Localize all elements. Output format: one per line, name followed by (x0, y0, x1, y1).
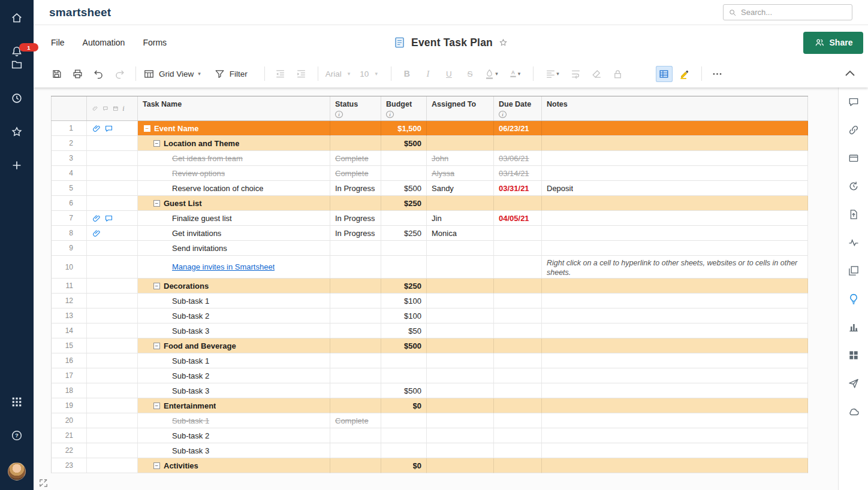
budget-cell[interactable]: $500 (381, 338, 427, 353)
task-cell[interactable]: Sub-task 3 (138, 383, 330, 398)
favorite-star-icon[interactable] (498, 38, 508, 48)
assigned-cell[interactable] (427, 279, 494, 294)
assigned-cell[interactable] (427, 256, 494, 279)
budget-cell[interactable] (381, 413, 427, 428)
assigned-cell[interactable] (427, 458, 494, 473)
task-cell[interactable]: Get ideas from team (138, 151, 330, 166)
menu-file[interactable]: File (51, 38, 65, 47)
task-cell[interactable]: Sub-task 1 (138, 353, 330, 368)
notes-cell[interactable] (542, 211, 808, 226)
row-number[interactable]: 14 (51, 323, 87, 338)
row-number[interactable]: 19 (51, 398, 87, 413)
budget-cell[interactable]: $50 (381, 323, 427, 338)
assigned-cell[interactable] (427, 136, 494, 151)
status-cell[interactable]: In Progress (330, 181, 381, 196)
notes-cell[interactable]: Deposit (542, 181, 808, 196)
status-cell[interactable]: Complete (330, 413, 381, 428)
activity-log-icon[interactable] (848, 237, 860, 249)
underline-button[interactable]: U (441, 66, 457, 82)
status-cell[interactable] (330, 279, 381, 294)
column-header-assigned[interactable]: Assigned To (427, 96, 494, 120)
task-cell[interactable]: Sub-task 3 (138, 443, 330, 458)
budget-cell[interactable] (381, 211, 427, 226)
budget-cell[interactable] (381, 428, 427, 443)
row-number[interactable]: 18 (51, 383, 87, 398)
task-cell[interactable]: Send invitations (138, 241, 330, 256)
indent-button[interactable] (293, 66, 310, 82)
budget-cell[interactable]: $250 (381, 196, 427, 211)
due-cell[interactable] (494, 413, 542, 428)
task-cell[interactable]: −Activities (138, 458, 330, 473)
row-number[interactable]: 1 (51, 121, 87, 136)
browse-icon[interactable] (10, 58, 23, 71)
more-button[interactable] (709, 66, 726, 82)
help-icon[interactable]: ? (10, 429, 23, 442)
budget-cell[interactable] (381, 256, 427, 279)
attachment-icon[interactable] (92, 214, 101, 223)
recents-icon[interactable] (10, 92, 23, 105)
notes-cell[interactable] (542, 338, 808, 353)
status-cell[interactable] (330, 353, 381, 368)
budget-cell[interactable]: $100 (381, 294, 427, 308)
due-cell[interactable] (494, 398, 542, 413)
status-cell[interactable]: Complete (330, 151, 381, 166)
row-number[interactable]: 9 (51, 241, 87, 256)
budget-cell[interactable] (381, 151, 427, 166)
status-cell[interactable] (330, 308, 381, 323)
notes-cell[interactable] (542, 323, 808, 338)
budget-cell[interactable] (381, 241, 427, 256)
column-header-task[interactable]: Task Name (138, 96, 330, 120)
status-cell[interactable] (330, 443, 381, 458)
collapse-toolbar-button[interactable] (843, 66, 857, 81)
comment-icon[interactable] (104, 214, 113, 223)
notes-cell[interactable] (542, 398, 808, 413)
row-number[interactable]: 5 (51, 181, 87, 196)
notes-cell[interactable] (542, 458, 808, 473)
row-number[interactable]: 7 (51, 211, 87, 226)
notes-cell[interactable] (542, 226, 808, 241)
view-selector[interactable]: Grid View ▾ (143, 68, 201, 80)
budget-cell[interactable]: $0 (381, 398, 427, 413)
row-number[interactable]: 6 (51, 196, 87, 211)
undo-button[interactable] (90, 66, 107, 82)
due-cell[interactable] (494, 383, 542, 398)
assigned-cell[interactable]: Monica (427, 226, 494, 241)
lock-button[interactable] (610, 66, 626, 82)
due-cell[interactable] (494, 226, 542, 241)
conversations-icon[interactable] (848, 96, 860, 108)
italic-button[interactable]: I (420, 66, 436, 82)
budget-cell[interactable] (381, 166, 427, 181)
due-cell[interactable] (494, 196, 542, 211)
fill-color-button[interactable]: ▾ (483, 66, 499, 82)
collapse-toggle[interactable]: − (153, 140, 160, 147)
collapse-toggle[interactable]: − (153, 403, 160, 409)
status-cell[interactable] (330, 294, 381, 308)
notes-cell[interactable] (542, 413, 808, 428)
collapse-toggle[interactable]: − (153, 343, 160, 349)
task-cell[interactable]: Sub-task 2 (138, 308, 330, 323)
summary-icon[interactable] (848, 265, 860, 277)
due-cell[interactable] (494, 443, 542, 458)
avatar[interactable] (8, 462, 26, 480)
column-header-due[interactable]: Due Datei (494, 96, 542, 120)
due-cell[interactable] (494, 323, 542, 338)
assigned-cell[interactable] (427, 383, 494, 398)
budget-cell[interactable]: $500 (381, 136, 427, 151)
budget-cell[interactable] (381, 368, 427, 383)
task-cell[interactable]: −Event Name (138, 121, 330, 136)
task-cell[interactable]: Sub-task 1 (138, 294, 330, 308)
comment-icon[interactable] (104, 124, 113, 133)
column-info-icon[interactable]: i (335, 111, 343, 118)
favorites-icon[interactable] (10, 125, 23, 138)
task-cell[interactable]: Sub-task 2 (138, 428, 330, 443)
notes-cell[interactable] (542, 428, 808, 443)
notes-cell[interactable] (542, 136, 808, 151)
row-number[interactable]: 10 (51, 256, 87, 279)
assigned-cell[interactable] (427, 428, 494, 443)
due-cell[interactable] (494, 458, 542, 473)
task-cell[interactable]: Sub-task 1 (138, 413, 330, 428)
assigned-cell[interactable] (427, 196, 494, 211)
strikethrough-button[interactable]: S (462, 66, 478, 82)
font-size-select[interactable]: 10 ▾ (360, 69, 378, 78)
status-cell[interactable]: In Progress (330, 226, 381, 241)
